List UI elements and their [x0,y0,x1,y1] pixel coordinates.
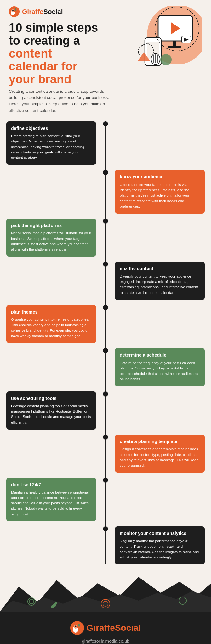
svg-rect-38 [78,624,80,627]
step-7-card-area: use scheduling tools Leverage content pl… [6,391,99,430]
step-1-dot [103,121,108,126]
step-6-dot [103,348,108,353]
step-5-dot-wrap [99,305,112,310]
intro-text: Creating a content calendar is a crucial… [0,86,126,121]
step-8-heading: create a planning template [120,439,200,444]
step-9-dot-wrap [99,478,112,483]
spacer-7 [6,430,205,435]
step-4-heading: mix the content [120,266,200,271]
step-5-card-area: plan themes Organise your content into t… [6,305,99,343]
step-8-card-area: create a planning template Design a cont… [112,435,205,473]
step-row-2: know your audience Understanding your ta… [6,170,205,214]
step-3-heading: pick the right platforms [11,223,91,228]
step-8-dot [103,435,108,440]
step-1-heading: define objectives [11,126,91,131]
step-6-dot-wrap [99,348,112,353]
step-10-card: monitor your content analytics Regularly… [115,526,205,564]
step-2-heading: know your audience [120,174,200,180]
svg-rect-37 [77,624,78,628]
footer-decoration [0,574,211,612]
svg-rect-4 [15,8,16,11]
step-5-dot [103,305,108,310]
spacer-5 [6,343,205,348]
svg-point-39 [75,626,76,627]
step-row-7: use scheduling tools Leverage content pl… [6,391,205,430]
svg-point-21 [160,54,172,65]
step-9-card: don't sell 24/7 Maintain a healthy balan… [6,478,96,521]
step-5-heading: plan themes [11,309,91,315]
step-2-dot [103,170,108,175]
spacer-1 [6,165,205,170]
step-4-dot-wrap [99,262,112,267]
step-1-card: define objectives Before starting to pla… [6,121,96,165]
step-10-dot [103,526,108,531]
step-row-10: monitor your content analytics Regularly… [6,526,205,564]
step-row-3: pick the right platforms Not all social … [6,219,205,257]
title-section: GiraffeSocial 10 simple steps to creatin… [9,6,130,86]
step-3-dot [103,219,108,224]
step-2-card-area: know your audience Understanding your ta… [112,170,205,214]
step-7-dot [103,391,108,397]
step-6-card: determine a schedule Determine the frequ… [115,348,205,386]
step-row-8: create a planning template Design a cont… [6,435,205,473]
step-6-body: Determine the frequency of your posts on… [120,360,200,382]
step-3-card-area: pick the right platforms Not all social … [6,219,99,257]
step-10-card-area: monitor your content analytics Regularly… [112,526,205,564]
spacer-6 [6,386,205,391]
step-1-body: Before starting to plan content, outline… [11,133,91,160]
step-4-dot [103,262,108,267]
step-9-dot [103,478,108,483]
step-2-dot-wrap [99,170,112,175]
step-7-body: Leverage content planning tools or socia… [11,403,91,425]
step-6-heading: determine a schedule [120,353,200,358]
step-6-card-area: determine a schedule Determine the frequ… [112,348,205,386]
logo-text: GiraffeSocial [22,8,63,15]
step-8-card: create a planning template Design a cont… [115,435,205,473]
spacer-9 [6,521,205,526]
step-4-card: mix the content Diversify your content t… [115,262,205,300]
step-row-9: don't sell 24/7 Maintain a healthy balan… [6,478,205,521]
spacer-8 [6,473,205,478]
step-3-dot-wrap [99,219,112,224]
step-2-body: Understanding your target audience is vi… [120,182,200,209]
step-9-body: Maintain a healthy balance between promo… [11,490,91,517]
footer-logo: GiraffeSocial [70,621,141,635]
step-8-body: Design a content calendar template that … [120,447,200,468]
step-5-card: plan themes Organise your content into t… [6,305,96,343]
svg-rect-3 [14,9,15,12]
spacer-3 [6,257,205,262]
step-7-card: use scheduling tools Leverage content pl… [6,391,96,430]
step-1-card-area: define objectives Before starting to pla… [6,121,99,165]
step-row-4: mix the content Diversify your content t… [6,262,205,300]
step-3-body: Not all social media platforms will suit… [11,230,91,252]
step-row-1: define objectives Before starting to pla… [6,121,205,165]
step-10-dot-wrap [99,526,112,531]
step-10-heading: monitor your content analytics [120,531,200,536]
logo: GiraffeSocial [9,6,130,17]
step-10-body: Regularly monitor the performance of you… [120,538,200,560]
footer-logo-text: GiraffeSocial [87,623,141,633]
step-3-card: pick the right platforms Not all social … [6,219,96,257]
step-row-6: determine a schedule Determine the frequ… [6,348,205,386]
footer: GiraffeSocial giraffesocialmedia.co.uk [0,612,211,644]
spacer-4 [6,300,205,305]
step-9-card-area: don't sell 24/7 Maintain a healthy balan… [6,478,99,521]
step-4-body: Diversify your content to keep your audi… [120,274,200,296]
step-1-dot-wrap [99,121,112,126]
step-4-card-area: mix the content Diversify your content t… [112,262,205,300]
svg-rect-10 [173,41,176,47]
hero-illustration [130,6,202,75]
footer-giraffe-icon [70,621,84,635]
spacer-2 [6,214,205,219]
header: GiraffeSocial 10 simple steps to creatin… [0,0,211,86]
step-2-card: know your audience Understanding your ta… [115,170,205,214]
step-7-dot-wrap [99,391,112,397]
step-5-body: Organise your content into themes or cat… [11,317,91,339]
step-7-heading: use scheduling tools [11,396,91,401]
svg-point-5 [12,10,14,11]
giraffe-icon [9,6,20,17]
main-title: 10 simple steps to creating a content ca… [9,21,130,86]
svg-rect-11 [168,46,181,48]
steps-grid: define objectives Before starting to pla… [0,121,211,565]
step-9-heading: don't sell 24/7 [11,482,91,487]
